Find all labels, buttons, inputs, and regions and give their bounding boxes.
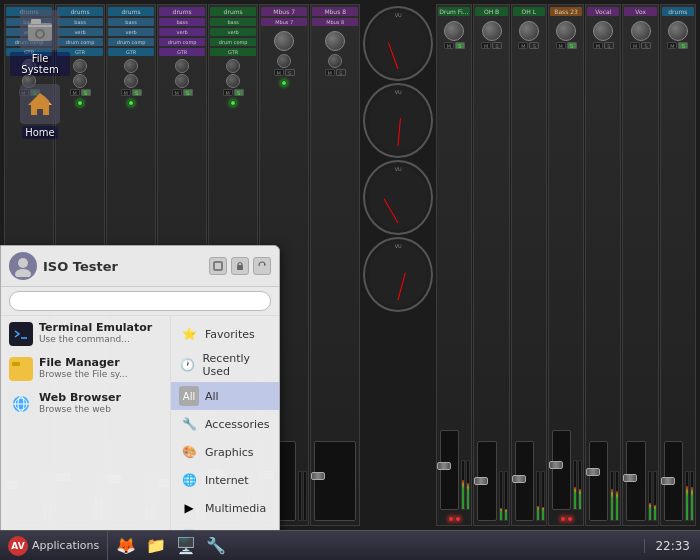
- category-internet[interactable]: 🌐 Internet: [171, 466, 279, 494]
- solo-oh-b[interactable]: S: [492, 42, 502, 49]
- webbrowser-icon: [9, 392, 33, 416]
- knob-7[interactable]: [175, 59, 189, 73]
- filesystem-label: File System: [10, 52, 70, 76]
- fader-handle-vocal[interactable]: [586, 468, 600, 476]
- solo-button-3[interactable]: S: [132, 89, 142, 96]
- filemanager-desc: Browse the File sy...: [39, 369, 162, 380]
- desktop-icon-home[interactable]: Home: [10, 84, 70, 139]
- solo-vocal[interactable]: S: [604, 42, 614, 49]
- fader-handle-mbus8[interactable]: [311, 472, 325, 480]
- mute-button-4[interactable]: M: [172, 89, 182, 96]
- channel-drum-r: Drum Fit R M S: [436, 4, 472, 526]
- taskbar-terminal[interactable]: 🖥️: [172, 533, 200, 559]
- search-input[interactable]: [9, 291, 271, 311]
- knob-mbus7[interactable]: [274, 31, 294, 51]
- svg-point-7: [18, 258, 28, 268]
- category-all[interactable]: All All: [171, 382, 279, 410]
- home-icon: [20, 84, 60, 124]
- terminal-taskbar-icon: 🖥️: [176, 536, 196, 555]
- category-multimedia[interactable]: ▶️ Multimedia: [171, 494, 279, 522]
- taskbar-firefox[interactable]: 🦊: [112, 533, 140, 559]
- solo-button-5[interactable]: S: [234, 89, 244, 96]
- knob-10[interactable]: [226, 74, 240, 88]
- mute-mbus7[interactable]: M: [274, 69, 284, 76]
- category-graphics[interactable]: 🎨 Graphics: [171, 438, 279, 466]
- category-favorites[interactable]: ⭐ Favorites: [171, 320, 279, 348]
- fader-drums-last[interactable]: [664, 441, 683, 521]
- knob-oh-l[interactable]: [519, 21, 539, 41]
- taskbar-files[interactable]: 📁: [142, 533, 170, 559]
- solo-button-2[interactable]: S: [81, 89, 91, 96]
- mute-button-5[interactable]: M: [223, 89, 233, 96]
- mute-oh-l[interactable]: M: [518, 42, 528, 49]
- channel-vox: Vox M S: [622, 4, 658, 526]
- launcher-btn-refresh[interactable]: [253, 257, 271, 275]
- fader-handle-oh-b[interactable]: [474, 477, 488, 485]
- knob-6[interactable]: [124, 74, 138, 88]
- solo-drums-last[interactable]: S: [678, 42, 688, 49]
- knob-drums-last[interactable]: [668, 21, 688, 41]
- applications-label[interactable]: Applications: [32, 539, 99, 552]
- taskbar-start[interactable]: AV Applications: [0, 531, 108, 560]
- knob-drum-r[interactable]: [444, 21, 464, 41]
- svg-rect-10: [237, 265, 243, 270]
- solo-button-4[interactable]: S: [183, 89, 193, 96]
- knob-9[interactable]: [226, 59, 240, 73]
- fader-handle-oh-l[interactable]: [512, 475, 526, 483]
- mute-button-3[interactable]: M: [121, 89, 131, 96]
- category-recently-used[interactable]: 🕐 Recently Used: [171, 348, 279, 382]
- fader-handle-drums-last[interactable]: [661, 477, 675, 485]
- knob-8[interactable]: [175, 74, 189, 88]
- launcher-btn-lock[interactable]: [231, 257, 249, 275]
- solo-bass23[interactable]: S: [567, 42, 577, 49]
- knob-4[interactable]: [73, 74, 87, 88]
- recently-used-icon: 🕐: [179, 355, 196, 375]
- mute-vocal[interactable]: M: [593, 42, 603, 49]
- fader-mbus8[interactable]: [314, 441, 356, 521]
- knob-vox[interactable]: [631, 21, 651, 41]
- knob-oh-b[interactable]: [482, 21, 502, 41]
- knob-5[interactable]: [124, 59, 138, 73]
- knob-mbus7b[interactable]: [277, 54, 291, 68]
- solo-drum-r[interactable]: S: [455, 42, 465, 49]
- fader-oh-b[interactable]: [477, 441, 496, 521]
- led-green-3: [230, 100, 236, 106]
- favorites-label: Favorites: [205, 328, 255, 341]
- app-item-webbrowser[interactable]: Web Browser Browse the web: [1, 386, 170, 421]
- knob-vocal[interactable]: [593, 21, 613, 41]
- fader-handle-bass23[interactable]: [549, 461, 563, 469]
- desktop-icon-filesystem[interactable]: File System: [10, 10, 70, 76]
- svg-rect-12: [11, 324, 31, 344]
- knob-bass23[interactable]: [556, 21, 576, 41]
- fader-handle-vox[interactable]: [623, 474, 637, 482]
- solo-vox[interactable]: S: [641, 42, 651, 49]
- fader-drum-r[interactable]: [440, 430, 459, 510]
- multimedia-icon: ▶️: [179, 498, 199, 518]
- fader-bass23[interactable]: [552, 430, 571, 510]
- knob-mbus8b[interactable]: [328, 54, 342, 68]
- launcher-btn-1[interactable]: [209, 257, 227, 275]
- app-item-filemanager[interactable]: File Manager Browse the File sy...: [1, 351, 170, 386]
- fader-handle-drum-r[interactable]: [437, 462, 451, 470]
- mute-button-2[interactable]: M: [70, 89, 80, 96]
- launcher-header-buttons: [209, 257, 271, 275]
- taskbar-extra[interactable]: 🔧: [202, 533, 230, 559]
- fader-vocal[interactable]: [589, 441, 608, 521]
- mute-drum-r[interactable]: M: [444, 42, 454, 49]
- category-accessories[interactable]: 🔧 Accessories: [171, 410, 279, 438]
- fader-oh-l[interactable]: [515, 441, 534, 521]
- terminal-name: Terminal Emulator: [39, 321, 162, 334]
- knob-3[interactable]: [73, 59, 87, 73]
- mute-bass23[interactable]: M: [556, 42, 566, 49]
- mute-oh-b[interactable]: M: [481, 42, 491, 49]
- fader-vox[interactable]: [626, 441, 645, 521]
- solo-mbus7[interactable]: S: [285, 69, 295, 76]
- app-item-terminal[interactable]: Terminal Emulator Use the command...: [1, 316, 170, 351]
- knob-mbus8[interactable]: [325, 31, 345, 51]
- mute-mbus8[interactable]: M: [325, 69, 335, 76]
- internet-label: Internet: [205, 474, 249, 487]
- mute-vox[interactable]: M: [630, 42, 640, 49]
- solo-oh-l[interactable]: S: [529, 42, 539, 49]
- solo-mbus8[interactable]: S: [336, 69, 346, 76]
- mute-drums-last[interactable]: M: [667, 42, 677, 49]
